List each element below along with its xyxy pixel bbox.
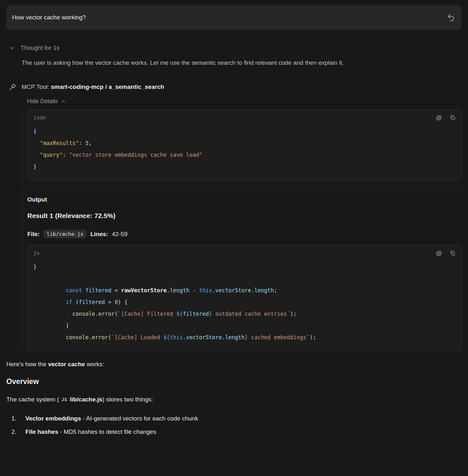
list-item-text: Vector embeddings - AI-generated vectors… bbox=[25, 414, 198, 423]
overview-heading: Overview bbox=[6, 377, 462, 386]
tool-details: Hide Details json @ bbox=[22, 98, 462, 351]
code-actions: @ bbox=[436, 250, 456, 256]
code-actions: @ bbox=[436, 115, 456, 121]
copy-icon[interactable] bbox=[450, 115, 456, 121]
copy-icon[interactable] bbox=[450, 250, 456, 256]
mcp-tool-row: MCP Tool: smart-coding-mcp / a_semantic_… bbox=[9, 83, 462, 90]
mcp-tool-name: smart-coding-mcp / a_semantic_search bbox=[51, 83, 164, 90]
answer-intro-bold: vector cache bbox=[48, 361, 85, 367]
mcp-tool-icon bbox=[9, 83, 16, 90]
assistant-answer: Here's how the vector cache works: Overv… bbox=[6, 361, 462, 436]
list-item-term: File hashes bbox=[25, 428, 58, 435]
user-message-text: How vector cache working? bbox=[12, 14, 86, 21]
list-item-number: 2. bbox=[11, 428, 25, 436]
mcp-tool-prefix: MCP Tool: bbox=[22, 83, 51, 90]
list-item-text: File hashes - MD5 hashes to detect file … bbox=[25, 428, 156, 436]
details-divider bbox=[23, 187, 462, 187]
tool-details-body: json @ { "maxResults": 5, "query": "vect… bbox=[22, 110, 462, 351]
output-code-content: } const filtered = rawVectorStore.length… bbox=[28, 256, 461, 350]
chevron-down-icon bbox=[10, 45, 15, 51]
cache-file-path: lib/cache.js bbox=[70, 396, 102, 403]
hide-details-label: Hide Details bbox=[27, 98, 58, 105]
user-message: How vector cache working? bbox=[6, 5, 462, 30]
output-code-block: js @ } const filtered = rawVectorStore.l… bbox=[27, 245, 462, 351]
file-row: File: lib/cache.js Lines: 42-59 bbox=[27, 230, 462, 238]
cache-line-prefix: The cache system ( bbox=[6, 396, 59, 403]
code-header: json @ bbox=[28, 110, 461, 121]
numbered-list: 1. Vector embeddings - AI-generated vect… bbox=[11, 414, 462, 436]
answer-intro: Here's how the vector cache works: bbox=[6, 361, 462, 368]
cache-line-suffix: ) stores two things: bbox=[102, 396, 153, 403]
lines-value: 42-59 bbox=[112, 231, 128, 238]
code-language-label: json bbox=[33, 115, 46, 121]
result-heading: Result 1 (Relevance: 72.5%) bbox=[27, 212, 462, 220]
cache-system-line: The cache system ( JS lib/cache.js ) sto… bbox=[6, 396, 462, 403]
answer-intro-suffix: works: bbox=[85, 361, 104, 367]
list-item-number: 1. bbox=[11, 414, 25, 423]
lines-label: Lines: bbox=[90, 231, 108, 238]
thought-label: Thought for 1s bbox=[21, 44, 60, 51]
list-item: 1. Vector embeddings - AI-generated vect… bbox=[11, 414, 462, 423]
undo-icon bbox=[447, 13, 455, 22]
hide-details-toggle[interactable]: Hide Details bbox=[27, 98, 66, 105]
thought-body: The user is asking how the vector cache … bbox=[22, 56, 450, 69]
output-heading: Output bbox=[27, 196, 462, 203]
at-mention-icon[interactable]: @ bbox=[436, 115, 442, 121]
thought-toggle[interactable]: Thought for 1s bbox=[10, 44, 462, 51]
input-code-content: { "maxResults": 5, "query": "vector stor… bbox=[28, 121, 461, 180]
code-header: js @ bbox=[28, 246, 461, 256]
list-item-desc: - MD5 hashes to detect file changes bbox=[58, 428, 156, 435]
chat-page: How vector cache working? Thought for 1s… bbox=[0, 0, 468, 436]
chevron-up-icon bbox=[61, 99, 66, 104]
at-mention-icon[interactable]: @ bbox=[436, 250, 442, 256]
input-code-block: json @ { "maxResults": 5, "query": "vect… bbox=[27, 110, 462, 180]
file-label: File: bbox=[27, 231, 40, 238]
js-file-icon: JS bbox=[62, 397, 67, 402]
code-language-label: js bbox=[33, 250, 39, 256]
undo-button[interactable] bbox=[447, 13, 455, 22]
list-item-term: Vector embeddings bbox=[25, 415, 81, 422]
mcp-tool-label: MCP Tool: smart-coding-mcp / a_semantic_… bbox=[22, 83, 164, 90]
file-path-chip: lib/cache.js bbox=[43, 230, 87, 238]
answer-intro-prefix: Here's how the bbox=[6, 361, 48, 367]
list-item: 2. File hashes - MD5 hashes to detect fi… bbox=[11, 428, 462, 436]
list-item-desc: - AI-generated vectors for each code chu… bbox=[81, 415, 198, 422]
